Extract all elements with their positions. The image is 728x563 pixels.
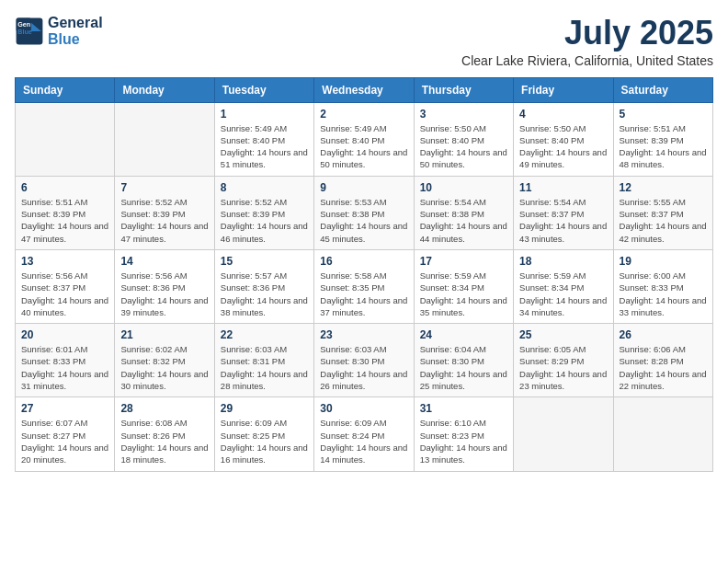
day-number: 12 [620, 181, 707, 194]
day-detail: Sunrise: 5:50 AMSunset: 8:40 PMDaylight:… [519, 122, 607, 171]
day-number: 31 [420, 402, 507, 415]
calendar-cell: 11Sunrise: 5:54 AMSunset: 8:37 PMDayligh… [514, 176, 613, 249]
day-detail: Sunrise: 5:54 AMSunset: 8:37 PMDaylight:… [519, 196, 607, 245]
day-number: 9 [320, 181, 407, 194]
day-detail: Sunrise: 5:52 AMSunset: 8:39 PMDaylight:… [120, 196, 208, 245]
weekday-header-monday: Monday [115, 77, 214, 102]
calendar-cell: 30Sunrise: 6:09 AMSunset: 8:24 PMDayligh… [314, 397, 414, 471]
day-detail: Sunrise: 5:51 AMSunset: 8:39 PMDaylight:… [21, 196, 108, 245]
svg-text:Blue: Blue [17, 28, 32, 36]
calendar-week-1: 1Sunrise: 5:49 AMSunset: 8:40 PMDaylight… [16, 102, 713, 176]
calendar-cell: 7Sunrise: 5:52 AMSunset: 8:39 PMDaylight… [115, 176, 214, 249]
day-number: 2 [320, 108, 407, 121]
location: Clear Lake Riviera, California, United S… [461, 53, 713, 68]
calendar-cell [115, 102, 214, 176]
day-number: 29 [221, 402, 308, 415]
day-number: 6 [21, 181, 108, 194]
calendar-cell: 29Sunrise: 6:09 AMSunset: 8:25 PMDayligh… [214, 397, 313, 471]
day-detail: Sunrise: 5:51 AMSunset: 8:39 PMDaylight:… [620, 122, 707, 171]
title-block: July 2025 Clear Lake Riviera, California… [461, 15, 713, 68]
day-detail: Sunrise: 5:59 AMSunset: 8:34 PMDaylight:… [519, 270, 607, 318]
day-detail: Sunrise: 5:49 AMSunset: 8:40 PMDaylight:… [221, 122, 308, 171]
day-number: 22 [221, 328, 308, 341]
logo-text-blue: Blue [48, 31, 103, 48]
day-detail: Sunrise: 6:01 AMSunset: 8:33 PMDaylight:… [21, 343, 108, 392]
day-detail: Sunrise: 5:49 AMSunset: 8:40 PMDaylight:… [320, 122, 407, 171]
day-number: 21 [120, 328, 208, 341]
calendar-cell: 14Sunrise: 5:56 AMSunset: 8:36 PMDayligh… [115, 249, 214, 323]
day-detail: Sunrise: 6:03 AMSunset: 8:30 PMDaylight:… [320, 343, 407, 392]
day-detail: Sunrise: 6:05 AMSunset: 8:29 PMDaylight:… [519, 343, 607, 392]
day-number: 26 [620, 328, 707, 341]
day-detail: Sunrise: 6:09 AMSunset: 8:25 PMDaylight:… [221, 417, 308, 465]
day-detail: Sunrise: 5:56 AMSunset: 8:37 PMDaylight:… [21, 270, 108, 318]
day-detail: Sunrise: 6:04 AMSunset: 8:30 PMDaylight:… [420, 343, 507, 392]
day-number: 30 [320, 402, 407, 415]
day-number: 18 [519, 255, 607, 268]
calendar-cell: 20Sunrise: 6:01 AMSunset: 8:33 PMDayligh… [16, 324, 115, 397]
day-detail: Sunrise: 5:52 AMSunset: 8:39 PMDaylight:… [221, 196, 308, 245]
day-detail: Sunrise: 6:07 AMSunset: 8:27 PMDaylight:… [21, 417, 108, 465]
calendar-week-4: 20Sunrise: 6:01 AMSunset: 8:33 PMDayligh… [16, 324, 713, 397]
weekday-header-wednesday: Wednesday [314, 77, 414, 102]
calendar-cell: 15Sunrise: 5:57 AMSunset: 8:36 PMDayligh… [214, 249, 313, 323]
calendar-cell [613, 397, 712, 471]
calendar-cell: 23Sunrise: 6:03 AMSunset: 8:30 PMDayligh… [314, 324, 414, 397]
calendar-cell: 17Sunrise: 5:59 AMSunset: 8:34 PMDayligh… [414, 249, 513, 323]
day-number: 4 [519, 108, 607, 121]
logo-icon: Gen Blue [15, 17, 44, 46]
day-number: 15 [221, 255, 308, 268]
day-detail: Sunrise: 6:06 AMSunset: 8:28 PMDaylight:… [620, 343, 707, 392]
calendar-week-2: 6Sunrise: 5:51 AMSunset: 8:39 PMDaylight… [16, 176, 713, 249]
day-number: 14 [120, 255, 208, 268]
weekday-header-tuesday: Tuesday [214, 77, 313, 102]
day-number: 28 [120, 402, 208, 415]
day-number: 23 [320, 328, 407, 341]
day-number: 19 [620, 255, 707, 268]
calendar-cell [16, 102, 115, 176]
calendar-cell: 2Sunrise: 5:49 AMSunset: 8:40 PMDaylight… [314, 102, 414, 176]
day-detail: Sunrise: 5:50 AMSunset: 8:40 PMDaylight:… [420, 122, 507, 171]
day-detail: Sunrise: 5:55 AMSunset: 8:37 PMDaylight:… [620, 196, 707, 245]
weekday-header-sunday: Sunday [16, 77, 115, 102]
calendar-cell: 5Sunrise: 5:51 AMSunset: 8:39 PMDaylight… [613, 102, 712, 176]
day-number: 3 [420, 108, 507, 121]
day-number: 13 [21, 255, 108, 268]
day-number: 7 [120, 181, 208, 194]
day-number: 24 [420, 328, 507, 341]
day-detail: Sunrise: 5:58 AMSunset: 8:35 PMDaylight:… [320, 270, 407, 318]
day-number: 8 [221, 181, 308, 194]
day-number: 11 [519, 181, 607, 194]
weekday-header-thursday: Thursday [414, 77, 513, 102]
day-detail: Sunrise: 6:08 AMSunset: 8:26 PMDaylight:… [120, 417, 208, 465]
weekday-header-friday: Friday [514, 77, 613, 102]
calendar-cell: 16Sunrise: 5:58 AMSunset: 8:35 PMDayligh… [314, 249, 414, 323]
calendar-cell: 25Sunrise: 6:05 AMSunset: 8:29 PMDayligh… [514, 324, 613, 397]
day-detail: Sunrise: 5:59 AMSunset: 8:34 PMDaylight:… [420, 270, 507, 318]
calendar-cell: 9Sunrise: 5:53 AMSunset: 8:38 PMDaylight… [314, 176, 414, 249]
calendar-cell: 3Sunrise: 5:50 AMSunset: 8:40 PMDaylight… [414, 102, 513, 176]
day-detail: Sunrise: 5:56 AMSunset: 8:36 PMDaylight:… [120, 270, 208, 318]
calendar-table: SundayMondayTuesdayWednesdayThursdayFrid… [15, 77, 713, 472]
day-detail: Sunrise: 5:57 AMSunset: 8:36 PMDaylight:… [221, 270, 308, 318]
logo: Gen Blue General Blue [15, 15, 103, 47]
calendar-cell: 13Sunrise: 5:56 AMSunset: 8:37 PMDayligh… [16, 249, 115, 323]
calendar-cell: 6Sunrise: 5:51 AMSunset: 8:39 PMDaylight… [16, 176, 115, 249]
month-title: July 2025 [461, 15, 713, 52]
weekday-header-saturday: Saturday [613, 77, 712, 102]
calendar-cell: 1Sunrise: 5:49 AMSunset: 8:40 PMDaylight… [214, 102, 313, 176]
day-number: 16 [320, 255, 407, 268]
calendar-week-5: 27Sunrise: 6:07 AMSunset: 8:27 PMDayligh… [16, 397, 713, 471]
page-header: Gen Blue General Blue July 2025 Clear La… [15, 15, 713, 68]
calendar-cell: 10Sunrise: 5:54 AMSunset: 8:38 PMDayligh… [414, 176, 513, 249]
day-number: 20 [21, 328, 108, 341]
calendar-cell: 21Sunrise: 6:02 AMSunset: 8:32 PMDayligh… [115, 324, 214, 397]
day-number: 17 [420, 255, 507, 268]
calendar-cell [514, 397, 613, 471]
day-detail: Sunrise: 6:00 AMSunset: 8:33 PMDaylight:… [620, 270, 707, 318]
calendar-cell: 26Sunrise: 6:06 AMSunset: 8:28 PMDayligh… [613, 324, 712, 397]
calendar-cell: 24Sunrise: 6:04 AMSunset: 8:30 PMDayligh… [414, 324, 513, 397]
logo-text-general: General [48, 15, 103, 31]
calendar-cell: 8Sunrise: 5:52 AMSunset: 8:39 PMDaylight… [214, 176, 313, 249]
calendar-cell: 27Sunrise: 6:07 AMSunset: 8:27 PMDayligh… [16, 397, 115, 471]
